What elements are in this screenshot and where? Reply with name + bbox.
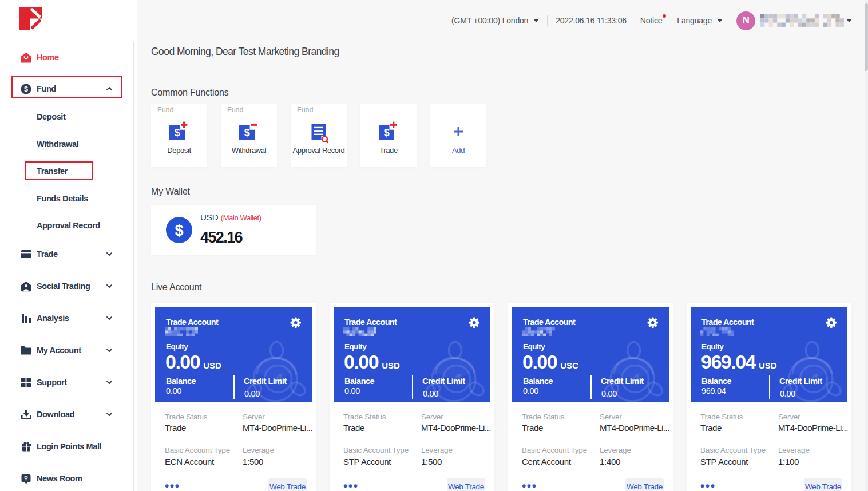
- svg-text:$: $: [24, 85, 28, 93]
- svg-text:$: $: [175, 127, 180, 138]
- svg-text:$: $: [244, 127, 250, 138]
- svg-text:$: $: [384, 127, 390, 138]
- svg-text:$: $: [175, 222, 183, 239]
